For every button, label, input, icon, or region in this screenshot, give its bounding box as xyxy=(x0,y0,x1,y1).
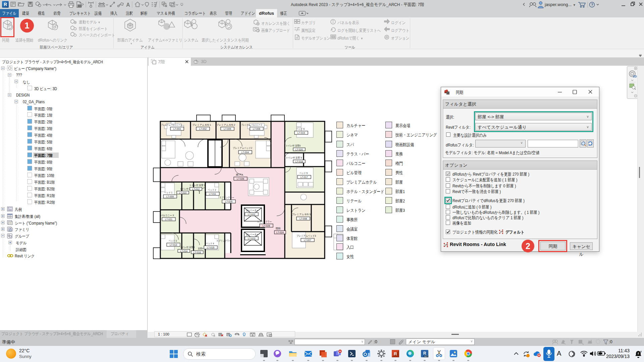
svg-text:L7-017: L7-017 xyxy=(301,176,308,178)
svg-text:階段: 階段 xyxy=(276,227,281,230)
svg-text:L7-028: L7-028 xyxy=(263,225,270,227)
svg-text:L7-003: L7-003 xyxy=(173,128,181,130)
svg-text:プレミアム E/S 2: プレミアム E/S 2 xyxy=(216,123,235,126)
svg-text:?: ? xyxy=(591,3,593,7)
svg-text:プレミアム バルコニー 1: プレミアム バルコニー 1 xyxy=(161,123,182,126)
svg-text:廊下A: 廊下A xyxy=(236,173,243,176)
svg-text:トイレ付 浴室 2: トイレ付 浴室 2 xyxy=(189,184,205,187)
svg-text:プレミアムベッド3: プレミアムベッド3 xyxy=(297,234,316,237)
svg-text:L7-022: L7-022 xyxy=(248,213,255,216)
svg-text:L7-002: L7-002 xyxy=(199,128,207,130)
svg-text:L7-010: L7-010 xyxy=(179,192,186,194)
svg-text:z: z xyxy=(638,352,639,355)
svg-text:スプリンクラー: スプリンクラー xyxy=(216,239,231,242)
svg-text:L7-021: L7-021 xyxy=(165,218,172,221)
svg-text:L7-024: L7-024 xyxy=(276,231,284,234)
svg-text:スプリンクラー: スプリンクラー xyxy=(257,220,272,223)
svg-text:トイレ付 浴室 5: トイレ付 浴室 5 xyxy=(286,156,302,159)
svg-text:L7-011: L7-011 xyxy=(209,193,216,195)
svg-text:プレミアム E/S 3: プレミアム E/S 3 xyxy=(292,213,311,216)
svg-text:L7-007: L7-007 xyxy=(304,239,311,241)
svg-text:ベッド 1: ベッド 1 xyxy=(164,191,172,194)
svg-text:L7-025: L7-025 xyxy=(225,200,232,203)
svg-text:A: A xyxy=(126,2,130,8)
svg-text:L7-005: L7-005 xyxy=(224,128,231,130)
svg-text:L7-015: L7-015 xyxy=(207,246,214,249)
svg-text:浴室4: 浴室4 xyxy=(198,247,203,250)
svg-text:プレミアム E/S 1: プレミアム E/S 1 xyxy=(192,123,211,126)
svg-text:エレベーター: エレベーター xyxy=(246,233,259,236)
svg-text:R: R xyxy=(423,351,426,356)
svg-text:ベッド 4: ベッド 4 xyxy=(206,242,214,245)
svg-text:L7-009: L7-009 xyxy=(166,195,174,198)
svg-text:L7-016: L7-016 xyxy=(194,251,201,254)
svg-text:2D: 2D xyxy=(633,75,637,78)
svg-text:プレミアムベッド2: プレミアムベッド2 xyxy=(233,146,252,149)
svg-text:スプリンクラー: スプリンクラー xyxy=(219,196,234,199)
svg-text:L7-008: L7-008 xyxy=(300,218,307,220)
svg-text:L7-013: L7-013 xyxy=(170,244,177,246)
svg-text:ベッド 6: ベッド 6 xyxy=(297,127,305,130)
svg-text:z: z xyxy=(640,350,642,353)
svg-text:トイレ付 浴室6: トイレ付 浴室6 xyxy=(286,144,301,147)
svg-text:L7-006: L7-006 xyxy=(253,128,260,130)
svg-text:L7-019: L7-019 xyxy=(298,132,305,134)
svg-text:L7-020: L7-020 xyxy=(296,148,303,151)
svg-text:L7-023: L7-023 xyxy=(248,237,255,240)
svg-text:L7-012: L7-012 xyxy=(192,188,200,190)
svg-text:バルコニー X: バルコニー X xyxy=(160,214,174,217)
svg-text:R: R xyxy=(394,351,397,356)
svg-text:プレミアム バルコニー 2: プレミアム バルコニー 2 xyxy=(241,123,262,126)
svg-text:L7-014: L7-014 xyxy=(180,250,187,252)
svg-text:RVT: RVT xyxy=(424,355,428,357)
svg-text:トイレ付 浴室3: トイレ付 浴室3 xyxy=(180,246,195,249)
svg-text:ベッド 3: ベッド 3 xyxy=(169,239,177,242)
svg-text:L7-018: L7-018 xyxy=(296,161,303,163)
svg-text:ベッド 5: ベッド 5 xyxy=(300,172,308,175)
svg-text:L7-004: L7-004 xyxy=(241,151,249,154)
svg-text:L7-026: L7-026 xyxy=(237,178,244,180)
svg-text:エレベーター: エレベーター xyxy=(246,209,259,212)
svg-text:ベッド 2: ベッド 2 xyxy=(208,188,216,191)
